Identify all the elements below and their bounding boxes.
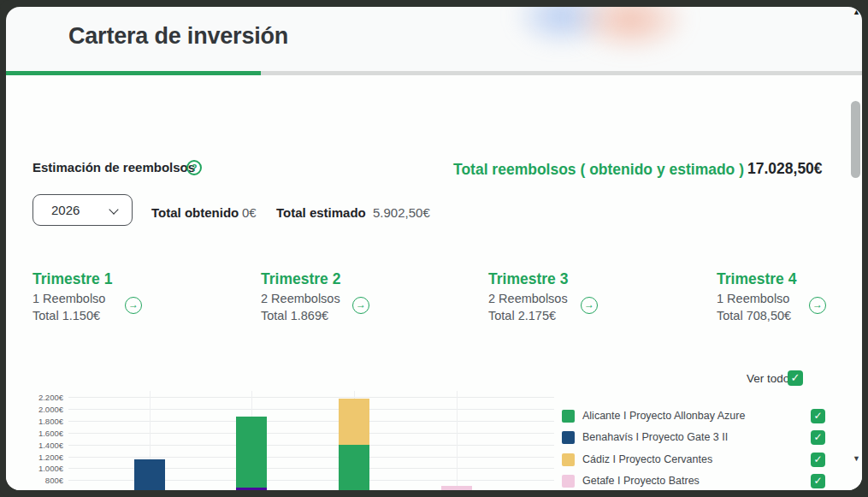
y-axis-tick-label: 1.600€ [24, 429, 63, 438]
total-estimated-label: Total estimado [276, 205, 366, 220]
quarter-count: 1 Reembolso [717, 292, 789, 305]
quarter-count: 2 Reembolsos [261, 292, 340, 305]
arrow-right-circle-icon[interactable]: → [125, 297, 142, 314]
page-title: Cartera de inversión [68, 23, 288, 50]
quarter-title: Trimestre 1 [32, 270, 112, 288]
decorative-blob-blue [511, 7, 612, 50]
bar-segment[interactable] [441, 486, 472, 490]
legend-row: Getafe I Proyecto Batres✓ [560, 474, 825, 489]
bar-segment[interactable] [134, 459, 165, 490]
legend-label: Benahavís I Proyecto Gate 3 II [582, 431, 728, 443]
chart-gridline [68, 433, 554, 434]
y-axis-tick-label: 1.200€ [24, 453, 63, 462]
y-axis-tick-label: 600€ [24, 488, 63, 490]
legend-swatch-icon [562, 453, 575, 466]
section-label: Estimación de reembolsos [32, 160, 195, 175]
chart-gridline [68, 445, 554, 446]
help-icon[interactable]: ? [186, 160, 202, 175]
total-reimbursements-value: 17.028,50€ [747, 160, 823, 178]
total-obtained-label: Total obtenido [151, 205, 239, 220]
legend-label: Getafe I Proyecto Batres [582, 475, 700, 487]
y-axis-tick-label: 2.200€ [24, 393, 63, 402]
legend-swatch-icon [562, 431, 575, 444]
legend-row: Benahavís I Proyecto Gate 3 II✓ [560, 430, 825, 446]
decorative-blob-red [570, 7, 690, 55]
arrow-right-circle-icon[interactable]: → [809, 297, 826, 314]
legend-checkbox[interactable]: ✓ [811, 409, 825, 423]
total-reimbursements-heading: Total reembolsos ( obtenido y estimado ) [453, 161, 744, 179]
quarter-total: Total 1.869€ [261, 309, 328, 322]
ver-todo-checkbox[interactable]: ✓ [788, 370, 803, 386]
scrollbar-thumb[interactable] [851, 101, 860, 178]
quarter-count: 1 Reembolso [32, 292, 105, 305]
ver-todo-label: Ver todo [747, 372, 789, 385]
scrollbar-up-icon[interactable]: ▲ [853, 8, 860, 16]
legend-row: Cádiz I Proyecto Cervantes✓ [560, 453, 825, 468]
legend-checkbox[interactable]: ✓ [811, 430, 825, 445]
total-obtained-value: 0€ [242, 205, 257, 220]
portfolio-card: Cartera de inversión Estimación de reemb… [6, 7, 862, 490]
scrollbar-down-icon[interactable]: ▼ [853, 454, 860, 463]
legend-swatch-icon [562, 410, 575, 423]
bar-segment[interactable] [339, 399, 369, 445]
arrow-right-circle-icon[interactable]: → [581, 297, 598, 314]
y-axis-tick-label: 1.000€ [24, 464, 63, 473]
y-axis-tick-label: 1.800€ [24, 417, 63, 426]
year-select[interactable]: 2026 [32, 194, 133, 226]
bar-segment[interactable] [236, 488, 267, 490]
total-estimated-value: 5.902,50€ [373, 205, 430, 220]
bar-segment[interactable] [236, 417, 267, 488]
chevron-down-icon [110, 206, 118, 214]
quarter-title: Trimestre 4 [717, 270, 796, 288]
quarter-title: Trimestre 3 [488, 270, 568, 288]
quarter-title: Trimestre 2 [261, 270, 340, 288]
legend-label: Cádiz I Proyecto Cervantes [582, 453, 712, 465]
chart-gridline [68, 421, 554, 422]
legend-checkbox[interactable]: ✓ [811, 453, 825, 467]
quarter-total: Total 1.150€ [32, 309, 100, 322]
content-panel: Estimación de reembolsos ? Total reembol… [6, 75, 862, 490]
app-window: Cartera de inversión Estimación de reemb… [0, 0, 868, 497]
legend-label: Alicante I Proyecto Allonbay Azure [582, 410, 745, 422]
y-axis-tick-label: 2.000€ [24, 405, 63, 414]
quarter-total: Total 2.175€ [488, 309, 556, 322]
y-axis-tick-label: 1.400€ [24, 441, 63, 450]
chart-gridline [68, 409, 554, 410]
year-select-value: 2026 [51, 203, 80, 217]
quarter-total: Total 708,50€ [717, 309, 791, 322]
bar-segment[interactable] [339, 445, 369, 490]
chart-gridline [68, 457, 554, 458]
legend-checkbox[interactable]: ✓ [811, 474, 825, 488]
legend-row: Alicante I Proyecto Allonbay Azure✓ [560, 409, 825, 424]
legend-swatch-icon [562, 475, 575, 488]
chart-gridline-vertical [457, 391, 458, 490]
quarter-count: 2 Reembolsos [488, 292, 568, 305]
arrow-right-circle-icon[interactable]: → [352, 297, 369, 314]
y-axis-tick-label: 800€ [24, 476, 63, 485]
chart-gridline [68, 397, 554, 398]
